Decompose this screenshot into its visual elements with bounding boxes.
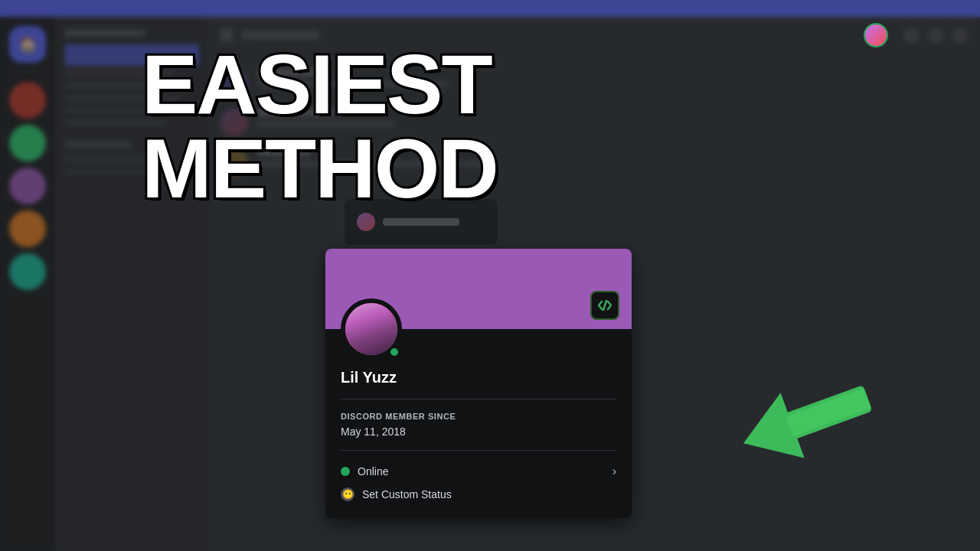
svg-rect-2 xyxy=(786,388,871,436)
bg-popup-text xyxy=(383,218,459,226)
status-left: Online xyxy=(341,465,388,478)
code-icon xyxy=(598,300,612,311)
online-status-row[interactable]: Online › xyxy=(341,460,616,483)
profile-divider-1 xyxy=(341,399,616,399)
profile-divider-2 xyxy=(341,450,616,451)
profile-card: Lil Yuzz DISCORD MEMBER SINCE May 11, 20… xyxy=(325,249,632,518)
emoji-icon: 😶 xyxy=(341,487,354,501)
profile-avatar-wrapper xyxy=(341,298,402,360)
bg-popup-avatar xyxy=(357,213,375,231)
green-arrow xyxy=(739,360,892,478)
custom-status-label: Set Custom Status xyxy=(362,488,452,500)
status-green-dot xyxy=(341,467,350,476)
main-title: EASIEST METHOD xyxy=(142,42,827,210)
profile-banner xyxy=(325,249,632,329)
custom-status-row[interactable]: 😶 Set Custom Status xyxy=(341,483,616,506)
top-right-avatar xyxy=(864,23,888,47)
chevron-right-icon: › xyxy=(612,465,616,478)
online-status-dot xyxy=(388,346,400,358)
status-label: Online xyxy=(358,465,388,478)
profile-username: Lil Yuzz xyxy=(341,369,616,386)
discord-member-since-label: DISCORD MEMBER SINCE xyxy=(341,412,616,421)
discord-member-since-value: May 11, 2018 xyxy=(341,425,616,438)
developer-badge-button[interactable] xyxy=(590,291,619,320)
